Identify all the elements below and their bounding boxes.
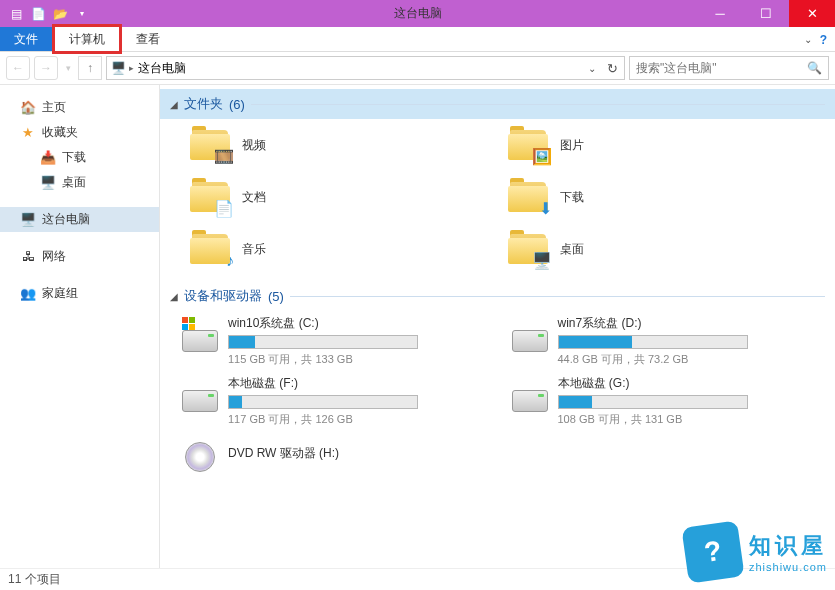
windows-logo-icon bbox=[182, 317, 196, 331]
search-icon[interactable]: 🔍 bbox=[807, 61, 822, 75]
folder-documents[interactable]: 📄 文档 bbox=[190, 175, 488, 219]
drive-g[interactable]: 本地磁盘 (G:) 108 GB 可用，共 131 GB bbox=[510, 375, 816, 427]
group-count: (6) bbox=[229, 97, 245, 112]
refresh-button[interactable]: ↻ bbox=[600, 57, 624, 79]
folder-pictures[interactable]: 🖼️ 图片 bbox=[508, 123, 806, 167]
drive-name: DVD RW 驱动器 (H:) bbox=[228, 445, 486, 462]
drive-usage-bar bbox=[228, 395, 418, 409]
sidebar-favorites[interactable]: ★ 收藏夹 bbox=[0, 120, 159, 145]
pictures-folder-icon: 🖼️ bbox=[508, 126, 550, 164]
downloads-folder-icon: ⬇ bbox=[508, 178, 550, 216]
folder-label: 文档 bbox=[242, 189, 266, 206]
qat-dropdown-icon[interactable]: ▾ bbox=[72, 4, 92, 24]
drive-usage-fill bbox=[559, 336, 632, 348]
folder-music[interactable]: ♪ 音乐 bbox=[190, 227, 488, 271]
sidebar-desktop[interactable]: 🖥️ 桌面 bbox=[0, 170, 159, 195]
folder-downloads[interactable]: ⬇ 下载 bbox=[508, 175, 806, 219]
drive-info: win7系统盘 (D:) 44.8 GB 可用，共 73.2 GB bbox=[558, 315, 816, 367]
watermark-brand: 知识屋 bbox=[749, 531, 827, 561]
star-icon: ★ bbox=[20, 125, 36, 141]
homegroup-icon: 👥 bbox=[20, 286, 36, 302]
qat-open-icon[interactable]: 📂 bbox=[50, 4, 70, 24]
sidebar-network[interactable]: 🖧 网络 bbox=[0, 244, 159, 269]
pc-icon: 🖥️ bbox=[20, 212, 36, 228]
up-button[interactable]: ↑ bbox=[78, 56, 102, 80]
drive-info: 本地磁盘 (G:) 108 GB 可用，共 131 GB bbox=[558, 375, 816, 427]
sidebar-home[interactable]: 🏠 主页 bbox=[0, 95, 159, 120]
chevron-down-icon[interactable]: ◢ bbox=[170, 291, 178, 302]
sidebar-label: 桌面 bbox=[62, 174, 86, 191]
sidebar-homegroup[interactable]: 👥 家庭组 bbox=[0, 281, 159, 306]
address-text[interactable]: 这台电脑 bbox=[134, 60, 582, 77]
dvd-drive-icon bbox=[180, 435, 220, 475]
drive-free-text: 44.8 GB 可用，共 73.2 GB bbox=[558, 352, 816, 367]
group-label: 设备和驱动器 bbox=[184, 287, 262, 305]
sidebar-downloads[interactable]: 📥 下载 bbox=[0, 145, 159, 170]
address-bar[interactable]: 🖥️ ▸ 这台电脑 ⌄ ↻ bbox=[106, 56, 625, 80]
close-button[interactable]: ✕ bbox=[789, 0, 835, 27]
watermark-text: 知识屋 zhishiwu.com bbox=[749, 531, 827, 573]
sidebar-label: 网络 bbox=[42, 248, 66, 265]
content-pane: ◢ 文件夹 (6) 🎞️ 视频 🖼️ 图片 📄 文档 ⬇ 下载 ♪ bbox=[160, 85, 835, 570]
folders-grid: 🎞️ 视频 🖼️ 图片 📄 文档 ⬇ 下载 ♪ 音乐 🖥️ 桌面 bbox=[160, 119, 835, 281]
drive-d[interactable]: win7系统盘 (D:) 44.8 GB 可用，共 73.2 GB bbox=[510, 315, 816, 367]
sidebar-this-pc[interactable]: 🖥️ 这台电脑 bbox=[0, 207, 159, 232]
drive-usage-fill bbox=[229, 396, 242, 408]
watermark: ? 知识屋 zhishiwu.com bbox=[685, 524, 827, 580]
qat-properties-icon[interactable]: ▤ bbox=[6, 4, 26, 24]
folder-label: 下载 bbox=[560, 189, 584, 206]
navigation-bar: ← → ▾ ↑ 🖥️ ▸ 这台电脑 ⌄ ↻ 🔍 bbox=[0, 52, 835, 85]
drive-name: 本地磁盘 (F:) bbox=[228, 375, 486, 392]
status-item-count: 11 个项目 bbox=[8, 571, 61, 588]
main-area: 🏠 主页 ★ 收藏夹 📥 下载 🖥️ 桌面 🖥️ 这台电脑 🖧 网络 👥 家庭组 bbox=[0, 85, 835, 570]
tab-computer[interactable]: 计算机 bbox=[52, 24, 122, 54]
drive-icon bbox=[180, 375, 220, 415]
group-header-devices[interactable]: ◢ 设备和驱动器 (5) bbox=[160, 281, 835, 311]
drive-info: DVD RW 驱动器 (H:) bbox=[228, 435, 486, 462]
drive-c[interactable]: win10系统盘 (C:) 115 GB 可用，共 133 GB bbox=[180, 315, 486, 367]
minimize-button[interactable]: ─ bbox=[697, 0, 743, 27]
location-pc-icon: 🖥️ bbox=[107, 57, 129, 79]
back-button[interactable]: ← bbox=[6, 56, 30, 80]
folder-desktop[interactable]: 🖥️ 桌面 bbox=[508, 227, 806, 271]
search-box[interactable]: 🔍 bbox=[629, 56, 829, 80]
documents-folder-icon: 📄 bbox=[190, 178, 232, 216]
drive-f[interactable]: 本地磁盘 (F:) 117 GB 可用，共 126 GB bbox=[180, 375, 486, 427]
sidebar-label: 家庭组 bbox=[42, 285, 78, 302]
ribbon-expand-icon[interactable]: ⌄ bbox=[804, 34, 812, 45]
drive-free-text: 117 GB 可用，共 126 GB bbox=[228, 412, 486, 427]
drive-name: win7系统盘 (D:) bbox=[558, 315, 816, 332]
folder-label: 图片 bbox=[560, 137, 584, 154]
drive-name: win10系统盘 (C:) bbox=[228, 315, 486, 332]
drive-name: 本地磁盘 (G:) bbox=[558, 375, 816, 392]
drive-usage-bar bbox=[558, 335, 748, 349]
sidebar-label: 主页 bbox=[42, 99, 66, 116]
home-icon: 🏠 bbox=[20, 100, 36, 116]
drive-info: win10系统盘 (C:) 115 GB 可用，共 133 GB bbox=[228, 315, 486, 367]
folder-videos[interactable]: 🎞️ 视频 bbox=[190, 123, 488, 167]
group-label: 文件夹 bbox=[184, 95, 223, 113]
tab-file[interactable]: 文件 bbox=[0, 27, 52, 51]
drive-usage-bar bbox=[228, 335, 418, 349]
folder-label: 视频 bbox=[242, 137, 266, 154]
drive-icon bbox=[180, 315, 220, 355]
folder-label: 音乐 bbox=[242, 241, 266, 258]
drive-usage-fill bbox=[229, 336, 255, 348]
desktop-folder-icon: 🖥️ bbox=[508, 230, 550, 268]
group-header-folders[interactable]: ◢ 文件夹 (6) bbox=[160, 89, 835, 119]
search-input[interactable] bbox=[636, 61, 807, 75]
forward-button[interactable]: → bbox=[34, 56, 58, 80]
drive-info: 本地磁盘 (F:) 117 GB 可用，共 126 GB bbox=[228, 375, 486, 427]
drives-grid: win10系统盘 (C:) 115 GB 可用，共 133 GB win7系统盘… bbox=[160, 311, 835, 485]
recent-locations-dropdown[interactable]: ▾ bbox=[62, 56, 74, 80]
chevron-down-icon[interactable]: ◢ bbox=[170, 99, 178, 110]
drive-dvd[interactable]: DVD RW 驱动器 (H:) bbox=[180, 435, 486, 475]
qat-new-folder-icon[interactable]: 📄 bbox=[28, 4, 48, 24]
drive-free-text: 115 GB 可用，共 133 GB bbox=[228, 352, 486, 367]
help-icon[interactable]: ? bbox=[820, 33, 827, 47]
tab-view[interactable]: 查看 bbox=[122, 27, 174, 51]
address-dropdown-icon[interactable]: ⌄ bbox=[582, 63, 600, 74]
watermark-url: zhishiwu.com bbox=[749, 561, 827, 573]
maximize-button[interactable]: ☐ bbox=[743, 0, 789, 27]
group-count: (5) bbox=[268, 289, 284, 304]
